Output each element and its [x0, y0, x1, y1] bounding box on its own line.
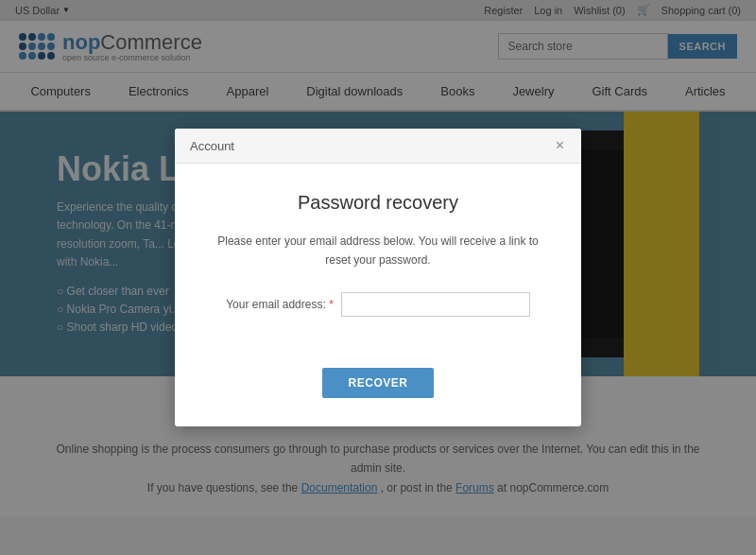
modal-body: Password recovery Please enter your emai…	[175, 164, 581, 367]
modal-footer: RECOVER	[175, 368, 581, 426]
recover-button[interactable]: RECOVER	[322, 368, 435, 398]
email-form-row: Your email address: *	[213, 292, 543, 317]
modal-header-title: Account	[190, 139, 234, 153]
email-input[interactable]	[341, 292, 530, 317]
email-label: Your email address: *	[226, 298, 334, 311]
modal-description: Please enter your email address below. Y…	[213, 233, 543, 269]
modal-header: Account ×	[175, 129, 581, 164]
modal-overlay[interactable]: Account × Password recovery Please enter…	[0, 0, 756, 516]
required-star: *	[329, 298, 334, 311]
password-recovery-modal: Account × Password recovery Please enter…	[175, 129, 581, 425]
modal-close-button[interactable]: ×	[554, 138, 566, 153]
modal-title: Password recovery	[213, 192, 543, 214]
